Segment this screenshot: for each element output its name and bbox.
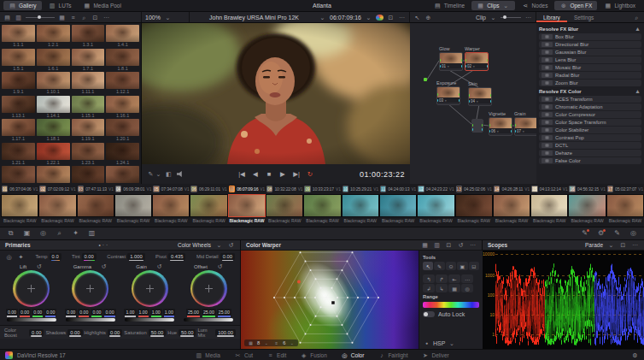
wheel-value[interactable]: 0.00 (6, 309, 18, 316)
wheel-value[interactable]: 0.00 (32, 309, 44, 316)
node-skin[interactable]: 04▫ (468, 87, 492, 106)
search-icon[interactable]: ⌕ (633, 15, 641, 21)
reset-icon[interactable]: ↺ (100, 263, 108, 269)
node-output-dot[interactable] (487, 59, 489, 62)
node-key-input-dot[interactable] (436, 99, 438, 102)
fx-tab-library[interactable]: Library (536, 12, 567, 22)
gallery-still[interactable]: 1.18.1 (37, 119, 70, 142)
button-clips[interactable]: ▦Clips⌄ (471, 1, 514, 10)
loop-icon[interactable]: ↻ (307, 171, 314, 178)
wheel-value[interactable]: 0.00 (19, 309, 31, 316)
node-output-dot[interactable] (459, 93, 460, 96)
chevron-down-icon[interactable]: ⌄ (164, 15, 172, 21)
skip-forward-icon[interactable]: ▶| (293, 171, 301, 178)
more-icon[interactable]: ⋯ (398, 15, 406, 21)
fx-item[interactable]: Color Stabilizer (539, 127, 641, 133)
pin-all-tool[interactable]: ⋯ (461, 274, 473, 283)
timeline-clip[interactable]: 0207:02:09:12V1Blackmagic RAW (38, 184, 76, 225)
page-edit[interactable]: ≡Edit (266, 352, 286, 358)
node-rgb-input-dot[interactable] (514, 124, 516, 127)
chevron-down-icon[interactable]: ⌄ (448, 340, 455, 346)
wheel-circle[interactable] (13, 270, 50, 307)
page-cut[interactable]: ✂Cut (234, 352, 253, 358)
image-wipe-icon[interactable]: ⧉ (7, 230, 15, 237)
collapse-icon[interactable]: ▴ (634, 88, 641, 94)
clip-thumbnail[interactable] (342, 194, 379, 217)
tracker-icon[interactable]: ◎ (629, 230, 637, 237)
anchor-row-tool[interactable]: ↳ (436, 284, 448, 292)
fx-item[interactable]: Chromatic Adaptation (539, 103, 641, 110)
chevron-down-icon[interactable]: ⌄ (262, 341, 270, 345)
pick-tool[interactable]: ⊙ (446, 262, 456, 270)
node-input-dot[interactable] (424, 78, 427, 81)
param-value[interactable]: 0.00 (29, 329, 44, 336)
gallery-zoom-slider[interactable] (26, 17, 55, 18)
page-color[interactable]: ◎Color (341, 352, 365, 358)
scope-mode[interactable]: Parade (585, 242, 603, 248)
reset-icon[interactable]: ↺ (457, 242, 465, 248)
fx-item[interactable]: Directional Blur (539, 41, 641, 48)
button-lightbox[interactable]: ▦Lightbox (599, 1, 641, 10)
fx-item[interactable]: ACES Transform (539, 96, 641, 103)
reset-icon[interactable]: ↺ (35, 263, 43, 269)
fx-group-header[interactable]: Resolve FX Blur▴ (539, 25, 641, 32)
magnet-tool[interactable]: ▣ (457, 262, 467, 270)
clip-thumbnail[interactable] (38, 194, 76, 217)
project-settings-gear-icon[interactable]: ⚙ (631, 352, 639, 358)
page-fairlight[interactable]: ♪Fairlight (378, 352, 407, 358)
fx-item[interactable]: Color Space Transform (539, 119, 641, 126)
node-key-output-dot[interactable] (487, 65, 489, 68)
node-key-output-dot[interactable] (459, 99, 460, 102)
param-value[interactable]: 0.0 (50, 253, 61, 260)
timeline-clip[interactable]: 0810:32:22:08V1Blackmagic RAW (266, 184, 303, 225)
node-grain[interactable]: 07▫ (514, 117, 538, 136)
bypass-icon[interactable]: ◎ (39, 230, 47, 237)
warper-hue-sat-mesh[interactable]: ▦ 8 ⌄ ≡ 6 ⌄ (241, 251, 419, 349)
clip-thumbnail[interactable] (1, 194, 38, 217)
fx-group-header[interactable]: Resolve FX Color▴ (539, 87, 641, 95)
viewer-zoom-value[interactable]: 100% (145, 15, 161, 21)
node-key-input-dot[interactable] (439, 65, 441, 68)
tab-luts[interactable]: ▥LUTs (44, 1, 77, 10)
fx-item[interactable]: Radial Blur (539, 72, 641, 79)
gallery-still[interactable]: 1.22.1 (37, 143, 70, 166)
fx-item[interactable]: Zoom Blur (539, 80, 641, 86)
expand-icon[interactable]: ⊡ (619, 242, 627, 248)
step-back-icon[interactable]: ◀ (252, 171, 260, 178)
node-mode-label[interactable]: Clip (476, 15, 486, 21)
gallery-still[interactable]: 1.10.1 (37, 72, 70, 95)
gallery-still[interactable]: 1.12.1 (106, 72, 139, 95)
node-output-dot[interactable] (482, 124, 483, 127)
node-glow[interactable]: 01▫ (439, 52, 463, 71)
timeline-clip[interactable]: 1204:24:23:22V1Blackmagic RAW (417, 184, 454, 225)
master-wheel-bar[interactable] (7, 318, 56, 322)
reset-icon[interactable]: ↺ (216, 263, 224, 269)
more-icon[interactable]: ⋯ (469, 242, 477, 248)
source-timecode[interactable]: 06:07:09:16 (330, 15, 361, 21)
fx-item[interactable]: Color Compressor (539, 111, 641, 118)
node-key-output-dot[interactable] (511, 130, 512, 133)
button-open-fx[interactable]: ⊛Open FX (554, 1, 597, 10)
wheel-value[interactable]: 0.00 (91, 309, 102, 316)
expand-icon[interactable]: ⊡ (387, 15, 395, 21)
wheel-value[interactable]: 1.00 (150, 309, 162, 316)
skip-back-icon[interactable]: |◀ (238, 171, 246, 178)
node-splitter[interactable] (471, 119, 483, 133)
gallery-still[interactable]: 1.3.1 (72, 25, 105, 48)
fx-item[interactable]: Gaussian Blur (539, 49, 641, 56)
stop-icon[interactable]: ■ (266, 171, 273, 178)
clip-thumbnail[interactable] (379, 194, 417, 217)
timeline-clip[interactable]: 1404:26:28:11V1Blackmagic RAW (493, 184, 530, 225)
master-wheel-bar[interactable] (184, 318, 233, 322)
timeline-clip[interactable]: 0606:29:11:01V1Blackmagic RAW (190, 184, 227, 225)
page-fusion[interactable]: ◈Fusion (300, 352, 327, 358)
pin-down-tool[interactable]: ↱ (436, 274, 448, 283)
viewer-image[interactable] (142, 23, 410, 164)
timeline-clip[interactable]: 0106:37:04:06V1Blackmagic RAW (1, 184, 38, 225)
bypass-icon[interactable]: ◎ (5, 254, 13, 260)
timeline-clip[interactable]: 1304:25:02:06V1Blackmagic RAW (455, 184, 493, 225)
node-key-input-dot[interactable] (489, 130, 490, 133)
fx-item[interactable]: Box Blur (539, 33, 641, 40)
more-icon[interactable]: ⋯ (524, 15, 532, 21)
node-key-input-dot[interactable] (514, 130, 516, 133)
